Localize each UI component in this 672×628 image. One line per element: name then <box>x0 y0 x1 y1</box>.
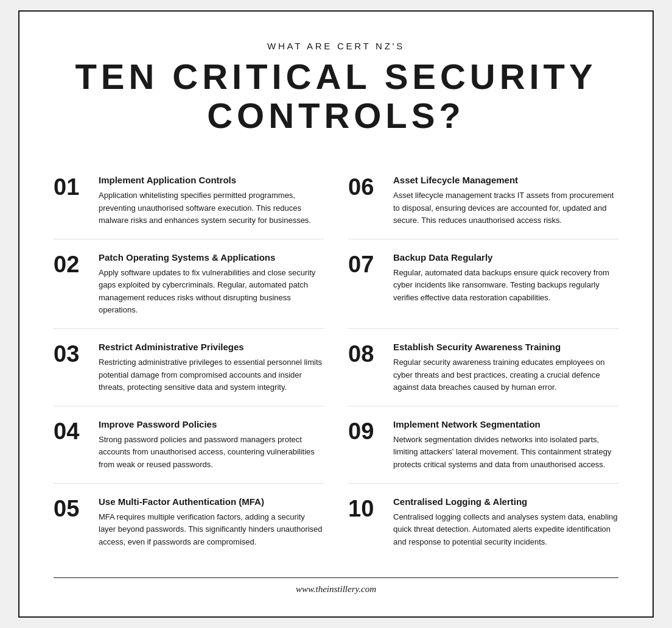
control-content: Restrict Administrative Privileges Restr… <box>99 341 324 393</box>
control-description: Restricting administrative privileges to… <box>99 356 324 393</box>
control-description: Apply software updates to fix vulnerabil… <box>99 267 324 316</box>
control-content: Backup Data Regularly Regular, automated… <box>393 252 618 304</box>
control-description: Strong password policies and password ma… <box>99 434 324 470</box>
main-title: Ten Critical SecurityControls? <box>54 57 618 135</box>
control-description: Regular security awareness training educ… <box>393 356 618 393</box>
control-item: 04 Improve Password Policies Strong pass… <box>54 406 324 483</box>
control-title: Backup Data Regularly <box>393 252 618 264</box>
control-number: 03 <box>54 341 89 365</box>
control-content: Implement Network Segmentation Network s… <box>393 418 618 471</box>
control-number: 04 <box>54 418 89 443</box>
control-description: Network segmentation divides networks in… <box>393 434 618 470</box>
control-description: Application whitelisting specifies permi… <box>99 189 324 226</box>
control-number: 08 <box>348 341 383 365</box>
control-description: Asset lifecycle management tracks IT ass… <box>393 189 618 226</box>
control-number: 09 <box>348 418 383 443</box>
control-title: Patch Operating Systems & Applications <box>99 252 324 264</box>
control-title: Implement Network Segmentation <box>393 418 618 431</box>
control-item: 10 Centralised Logging & Alerting Centra… <box>348 483 618 560</box>
footer-divider <box>54 577 618 578</box>
control-title: Asset Lifecycle Management <box>393 174 618 186</box>
control-item: 03 Restrict Administrative Privileges Re… <box>54 328 324 406</box>
control-content: Centralised Logging & Alerting Centralis… <box>393 496 618 548</box>
control-item: 01 Implement Application Controls Applic… <box>54 162 324 239</box>
control-title: Centralised Logging & Alerting <box>393 496 618 508</box>
main-card: What are CERT NZ's Ten Critical Security… <box>18 10 654 617</box>
control-description: Centralised logging collects and analyse… <box>393 511 618 548</box>
control-title: Improve Password Policies <box>99 418 324 431</box>
control-content: Asset Lifecycle Management Asset lifecyc… <box>393 174 618 227</box>
control-content: Improve Password Policies Strong passwor… <box>99 418 324 471</box>
control-description: MFA requires multiple verification facto… <box>99 511 324 548</box>
control-content: Use Multi-Factor Authentication (MFA) MF… <box>99 496 324 548</box>
control-description: Regular, automated data backups ensure q… <box>393 267 618 303</box>
control-number: 02 <box>54 252 89 276</box>
control-number: 05 <box>54 496 89 520</box>
control-content: Implement Application Controls Applicati… <box>99 174 324 227</box>
control-title: Implement Application Controls <box>99 174 324 186</box>
footer-url: www.theinstillery.com <box>54 584 618 594</box>
control-item: 08 Establish Security Awareness Training… <box>348 328 618 406</box>
control-item: 06 Asset Lifecycle Management Asset life… <box>348 162 618 239</box>
control-item: 02 Patch Operating Systems & Application… <box>54 239 324 328</box>
control-title: Establish Security Awareness Training <box>393 341 618 353</box>
control-number: 10 <box>348 496 383 520</box>
control-content: Patch Operating Systems & Applications A… <box>99 252 324 316</box>
control-item: 07 Backup Data Regularly Regular, automa… <box>348 239 618 328</box>
control-item: 05 Use Multi-Factor Authentication (MFA)… <box>54 483 324 560</box>
control-title: Restrict Administrative Privileges <box>99 341 324 353</box>
control-number: 06 <box>348 174 383 199</box>
control-number: 07 <box>348 252 383 276</box>
control-title: Use Multi-Factor Authentication (MFA) <box>99 496 324 508</box>
control-item: 09 Implement Network Segmentation Networ… <box>348 406 618 483</box>
control-content: Establish Security Awareness Training Re… <box>393 341 618 393</box>
control-number: 01 <box>54 174 89 199</box>
subtitle: What are CERT NZ's <box>54 41 618 51</box>
controls-grid: 01 Implement Application Controls Applic… <box>54 162 618 560</box>
